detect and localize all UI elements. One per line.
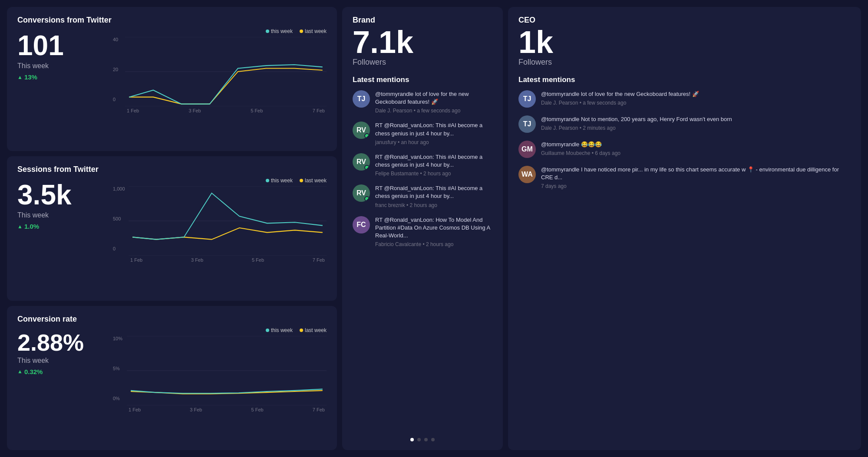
- conversion-rate-card: Conversion rate 2.88% This week ▲ 0.32% …: [7, 306, 337, 450]
- ceo-title: CEO: [518, 16, 851, 25]
- conversion-rate-legend: this week last week: [111, 327, 327, 333]
- cr-legend-last-week: last week: [300, 327, 327, 333]
- mention-text: @tommyrandle lot of love for the new Gec…: [541, 90, 851, 98]
- conversions-x-labels: 1 Feb3 Feb5 Feb7 Feb: [125, 108, 327, 113]
- mention-text: @tommyrandle lot of love for the new Gec…: [375, 90, 492, 106]
- brand-count: 7.1k: [353, 26, 492, 58]
- conversions-arrow: ▲: [17, 74, 23, 80]
- page-dot-4[interactable]: [431, 438, 435, 441]
- avatar: RV: [353, 184, 370, 202]
- conversion-rate-value: 2.88%: [17, 331, 104, 354]
- avatar: FC: [353, 216, 370, 233]
- ceo-mentions-title: Latest mentions: [518, 76, 851, 84]
- sessions-card: Sessions from Twitter 3.5k This week ▲ 1…: [7, 156, 337, 300]
- sessions-change: 1.0%: [24, 223, 39, 230]
- brand-pagination: [353, 431, 492, 441]
- cr-svg: [127, 336, 327, 405]
- mention-meta: 7 days ago: [541, 183, 851, 189]
- conversions-label: This week: [17, 62, 104, 70]
- ceo-card: CEO 1k Followers Latest mentions TJ@tomm…: [508, 7, 861, 450]
- avatar-initials: WA: [518, 166, 536, 183]
- mention-item: WA@tommyrandle I have noticed more pir..…: [518, 166, 851, 189]
- page-dot-1[interactable]: [410, 438, 414, 441]
- sessions-legend-last-week: last week: [300, 178, 327, 184]
- brand-title: Brand: [353, 16, 492, 25]
- conversion-rate-arrow: ▲: [17, 368, 23, 375]
- conversions-card: Conversions from Twitter 101 This week ▲…: [7, 7, 337, 151]
- mention-item: TJ@tommyrandle lot of love for the new G…: [353, 90, 492, 114]
- green-badge: [364, 196, 370, 201]
- avatar: RV: [353, 153, 370, 171]
- mention-content: RT @Ronald_vanLoon: This #AI become a ch…: [375, 153, 492, 177]
- avatar: WA: [518, 166, 536, 183]
- conversion-rate-label: This week: [17, 357, 104, 365]
- mention-item: RVRT @Ronald_vanLoon: This #AI become a …: [353, 153, 492, 177]
- mention-text: RT @Ronald_vanLoon: This #AI become a ch…: [375, 122, 492, 137]
- mention-meta: Guillaume Moubeche • 6 days ago: [541, 150, 851, 156]
- mention-text: @tommyrandle 😂😂😂: [541, 141, 851, 148]
- mention-text: @tommyrandle I have noticed more pir... …: [541, 166, 851, 181]
- mention-meta: Felipe Bustamante • 2 hours ago: [375, 171, 492, 177]
- mention-text: @tommyrandle Not to mention, 200 years a…: [541, 115, 851, 123]
- mention-content: @tommyrandle Not to mention, 200 years a…: [541, 115, 851, 131]
- mention-item: GM@tommyrandle 😂😂😂Guillaume Moubeche • 6…: [518, 141, 851, 158]
- avatar-initials: TJ: [518, 90, 536, 108]
- ceo-column: CEO 1k Followers Latest mentions TJ@tomm…: [508, 7, 861, 450]
- green-badge: [364, 133, 370, 138]
- avatar-initials: TJ: [518, 115, 536, 133]
- mention-content: RT @Ronald_vanLoon: This #AI become a ch…: [375, 184, 492, 208]
- mention-item: RVRT @Ronald_vanLoon: This #AI become a …: [353, 184, 492, 208]
- mention-content: RT @Ronald_vanLoon: This #AI become a ch…: [375, 122, 492, 145]
- brand-mentions-title: Latest mentions: [353, 76, 492, 84]
- conversion-rate-title: Conversion rate: [17, 315, 327, 324]
- mention-item: FCRT @Ronald_vanLoon: How To Model And P…: [353, 216, 492, 248]
- mention-meta: Dale J. Pearson • a few seconds ago: [375, 108, 492, 114]
- brand-followers-label: Followers: [353, 58, 492, 67]
- mention-item: TJ@tommyrandle lot of love for the new G…: [518, 90, 851, 108]
- sessions-value: 3.5k: [17, 181, 104, 209]
- conversion-rate-change: 0.32%: [24, 368, 43, 375]
- mention-content: @tommyrandle 😂😂😂Guillaume Moubeche • 6 d…: [541, 141, 851, 156]
- mention-content: @tommyrandle lot of love for the new Gec…: [541, 90, 851, 106]
- mention-item: RVRT @Ronald_vanLoon: This #AI become a …: [353, 122, 492, 145]
- sessions-label: This week: [17, 211, 104, 219]
- mention-text: RT @Ronald_vanLoon: This #AI become a ch…: [375, 184, 492, 200]
- conversions-change: 13%: [24, 73, 37, 81]
- avatar: GM: [518, 141, 536, 158]
- conversions-svg: [125, 37, 327, 106]
- mention-content: @tommyrandle lot of love for the new Gec…: [375, 90, 492, 114]
- mention-meta: Dale J. Pearson • 2 minutes ago: [541, 125, 851, 131]
- sessions-legend: this week last week: [111, 178, 327, 184]
- sessions-title: Sessions from Twitter: [17, 165, 327, 174]
- mention-content: @tommyrandle I have noticed more pir... …: [541, 166, 851, 189]
- mention-meta: janusfury • an hour ago: [375, 139, 492, 145]
- page-dot-2[interactable]: [417, 438, 421, 441]
- avatar-initials: TJ: [353, 90, 370, 108]
- conversions-legend: this week last week: [111, 28, 327, 34]
- mention-text: RT @Ronald_vanLoon: How To Model And Par…: [375, 216, 492, 240]
- ceo-count: 1k: [518, 26, 851, 58]
- mention-meta: Dale J. Pearson • a few seconds ago: [541, 100, 851, 106]
- page-dot-3[interactable]: [424, 438, 428, 441]
- legend-last-week: last week: [300, 28, 327, 34]
- avatar-initials: GM: [518, 141, 536, 158]
- avatar: TJ: [518, 115, 536, 133]
- avatar: RV: [353, 122, 370, 139]
- conversions-title: Conversions from Twitter: [17, 16, 327, 25]
- brand-column: Brand 7.1k Followers Latest mentions TJ@…: [342, 7, 503, 450]
- sessions-legend-this-week: this week: [266, 178, 293, 184]
- legend-this-week: this week: [266, 28, 293, 34]
- brand-mentions-list: TJ@tommyrandle lot of love for the new G…: [353, 90, 492, 255]
- avatar: TJ: [353, 90, 370, 108]
- conversion-rate-chart-area: this week last week 10%5%0%: [111, 327, 327, 441]
- sessions-svg: [129, 186, 327, 256]
- sessions-x-labels: 1 Feb3 Feb5 Feb7 Feb: [129, 257, 327, 263]
- sessions-arrow: ▲: [17, 224, 23, 230]
- green-badge: [364, 165, 370, 170]
- cr-x-labels: 1 Feb3 Feb5 Feb7 Feb: [127, 407, 327, 412]
- mention-item: TJ@tommyrandle Not to mention, 200 years…: [518, 115, 851, 133]
- left-column: Conversions from Twitter 101 This week ▲…: [7, 7, 337, 450]
- cr-legend-this-week: this week: [266, 327, 293, 333]
- mention-content: RT @Ronald_vanLoon: How To Model And Par…: [375, 216, 492, 248]
- mention-meta: franc breznik • 2 hours ago: [375, 202, 492, 208]
